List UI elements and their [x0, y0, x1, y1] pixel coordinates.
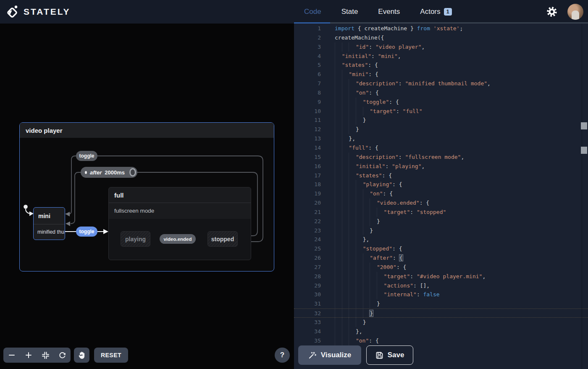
overview-marker[interactable] — [581, 147, 587, 154]
line-number: 5 — [294, 61, 321, 70]
code-line[interactable]: 11 } — [294, 116, 588, 125]
magic-wand-icon — [308, 351, 317, 359]
code-line[interactable]: 2createMachine({ — [294, 33, 588, 42]
line-number: 1 — [294, 24, 321, 33]
reset-button[interactable]: RESET — [94, 348, 128, 363]
code-line-content: "after": { — [335, 253, 403, 263]
code-line[interactable]: 15 "description": "fullscreen mode", — [294, 153, 588, 162]
code-line-content: "on": { — [335, 189, 393, 198]
line-number: 23 — [294, 226, 321, 235]
line-number: 31 — [294, 299, 321, 308]
line-number: 24 — [294, 235, 321, 244]
plus-icon — [25, 352, 32, 358]
fit-view-button[interactable] — [37, 348, 54, 363]
line-number: 26 — [294, 253, 321, 263]
code-line-content: } — [335, 125, 359, 134]
overview-marker[interactable] — [581, 122, 587, 129]
code-line[interactable]: 17 "states": { — [294, 171, 588, 180]
code-line[interactable]: 9 "toggle": { — [294, 98, 588, 107]
code-line-content: "mini": { — [335, 70, 378, 79]
top-nav-bar: STATELY Code State Events Actors 1 — [0, 0, 588, 24]
code-line[interactable]: 10 "target": "full" — [294, 107, 588, 116]
pan-tool-button[interactable] — [74, 348, 89, 363]
code-line[interactable]: 5 "states": { — [294, 61, 588, 70]
code-line-content: } — [335, 116, 366, 125]
gear-icon — [546, 6, 558, 18]
code-line[interactable]: 26 "after": { — [294, 253, 588, 263]
code-line[interactable]: 21 "target": "stopped" — [294, 208, 588, 217]
code-line[interactable]: 32 } — [294, 308, 588, 318]
code-line-content: "states": { — [335, 61, 378, 70]
code-line-content: "stopped": { — [335, 244, 402, 253]
code-line[interactable]: 3 "id": "video player", — [294, 42, 588, 52]
tab-events[interactable]: Events — [368, 0, 410, 24]
line-number: 27 — [294, 263, 321, 272]
line-number: 11 — [294, 116, 321, 125]
state-node-full[interactable]: full fullscreen mode — [108, 187, 251, 260]
code-line[interactable]: 23 } — [294, 226, 588, 235]
code-line-content: "video.ended": { — [335, 198, 429, 208]
code-line[interactable]: 16 "initial": "playing", — [294, 162, 588, 171]
save-icon — [375, 351, 383, 359]
code-line-content: createMachine({ — [335, 33, 384, 42]
state-node-mini[interactable]: mini minified thumbnail mode — [33, 207, 65, 240]
code-line-content: import { createMachine } from 'xstate'; — [335, 24, 463, 33]
machine-canvas[interactable]: video player — [0, 24, 294, 369]
help-button[interactable]: ? — [275, 348, 290, 363]
brand[interactable]: STATELY — [7, 0, 71, 24]
tab-state[interactable]: State — [331, 0, 368, 24]
event-toggle-full-to-mini[interactable]: toggle — [76, 151, 97, 161]
code-line[interactable]: 24 }, — [294, 235, 588, 244]
code-line[interactable]: 22 } — [294, 217, 588, 226]
code-line[interactable]: 25 "stopped": { — [294, 244, 588, 253]
state-node-stopped[interactable]: stopped — [207, 231, 238, 247]
line-number: 9 — [294, 98, 321, 107]
code-line[interactable]: 1import { createMachine } from 'xstate'; — [294, 24, 588, 33]
line-number: 16 — [294, 162, 321, 171]
circular-arrows-icon — [59, 352, 66, 359]
line-number: 2 — [294, 33, 321, 42]
code-line[interactable]: 35 "on": { — [294, 336, 588, 345]
code-line[interactable]: 18 "playing": { — [294, 180, 588, 189]
user-avatar[interactable] — [567, 4, 583, 20]
line-number: 19 — [294, 189, 321, 198]
line-number: 12 — [294, 125, 321, 134]
code-line[interactable]: 7 "description": "minified thumbnail mod… — [294, 79, 588, 88]
code-line-content: "id": "video player", — [335, 42, 425, 52]
code-line[interactable]: 28 "target": "#video player.mini", — [294, 272, 588, 281]
event-toggle-mini-to-full[interactable]: toggle — [76, 227, 97, 237]
code-line[interactable]: 30 "internal": false — [294, 290, 588, 299]
code-editor-panel[interactable]: 1import { createMachine } from 'xstate';… — [294, 24, 588, 369]
tab-actors[interactable]: Actors 1 — [410, 0, 462, 24]
line-number: 4 — [294, 52, 321, 61]
code-line[interactable]: 12 } — [294, 125, 588, 134]
code-line[interactable]: 14 "full": { — [294, 143, 588, 153]
state-node-playing[interactable]: playing — [121, 231, 150, 247]
code-line[interactable]: 19 "on": { — [294, 189, 588, 198]
code-line[interactable]: 4 "initial": "mini", — [294, 52, 588, 61]
code-line-content: }, — [335, 134, 355, 143]
code-line[interactable]: 29 "actions": [], — [294, 281, 588, 290]
code-line[interactable]: 27 "2000": { — [294, 263, 588, 272]
code-line[interactable]: 33 } — [294, 318, 588, 327]
zoom-in-button[interactable] — [20, 348, 37, 363]
state-title-full[interactable]: full — [109, 187, 251, 203]
code-line[interactable]: 6 "mini": { — [294, 70, 588, 79]
zoom-out-button[interactable] — [3, 348, 20, 363]
code-line-content: }, — [335, 235, 369, 244]
code-line[interactable]: 8 "on": { — [294, 88, 588, 98]
event-video-ended[interactable]: video.ended — [160, 234, 196, 244]
tab-code[interactable]: Code — [294, 0, 331, 24]
save-button[interactable]: Save — [366, 345, 413, 365]
settings-button[interactable] — [546, 6, 558, 18]
reset-zoom-button[interactable] — [54, 348, 71, 363]
code-line[interactable]: 34 }, — [294, 327, 588, 336]
code-line-content: } — [335, 309, 373, 317]
code-line[interactable]: 13 }, — [294, 134, 588, 143]
state-description-mini: minified thumbnail mode — [34, 224, 65, 240]
code-line[interactable]: 31 } — [294, 299, 588, 308]
overview-ruler[interactable] — [582, 24, 582, 369]
visualize-button[interactable]: Visualize — [298, 345, 361, 365]
code-line[interactable]: 20 "video.ended": { — [294, 198, 588, 208]
event-after-2000ms[interactable]: after 2000ms — [81, 167, 137, 178]
